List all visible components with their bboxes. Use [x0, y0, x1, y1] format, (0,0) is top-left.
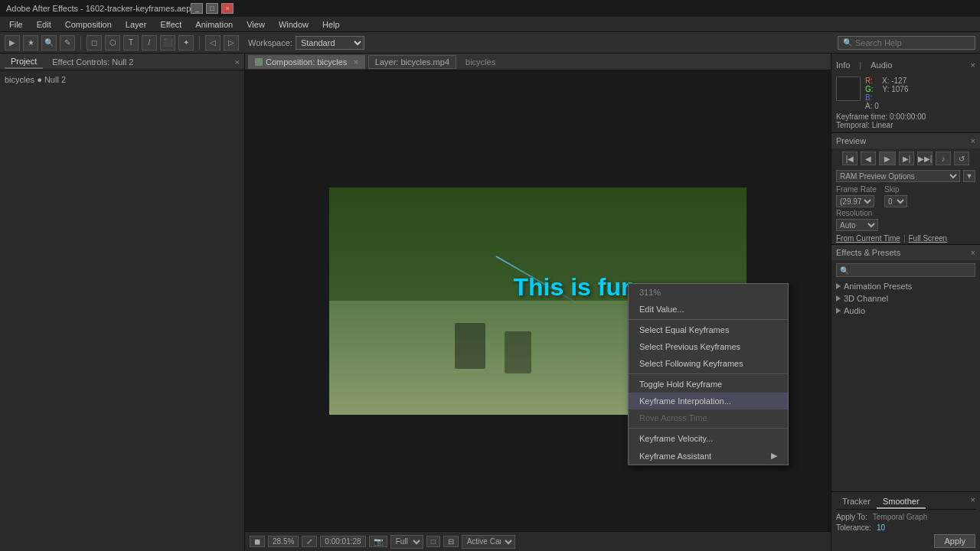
toolbar-btn-8[interactable]: /	[142, 35, 157, 51]
toolbar-btn-6[interactable]: ⬡	[105, 35, 120, 51]
toolbar-btn-12[interactable]: ▷	[224, 35, 239, 51]
left-panel-close[interactable]: ×	[235, 57, 240, 67]
effects-search-input[interactable]	[836, 263, 975, 277]
preview-settings: Frame Rate Skip (29.97) 0 Resolution Aut…	[831, 184, 980, 233]
viewer-ctrl-1[interactable]: ◼	[250, 536, 265, 547]
toolbar: ▶ ★ 🔍 ✎ ◻ ⬡ T / ⬛ ✦ ◁ ▷ Workspace: Stand…	[0, 32, 980, 54]
smoother-tab[interactable]: Smoother	[877, 495, 926, 509]
menu-composition[interactable]: Composition	[59, 18, 118, 31]
toolbar-btn-7[interactable]: T	[123, 35, 139, 51]
ctx-select-prev-label: Select Previous Keyframes	[639, 342, 740, 351]
toolbar-btn-10[interactable]: ✦	[178, 35, 194, 51]
ctx-edit-value[interactable]: Edit Value...	[629, 301, 788, 318]
tab-project[interactable]: Project	[5, 55, 43, 69]
toolbar-btn-1[interactable]: ▶	[5, 35, 20, 51]
toolbar-btn-11[interactable]: ◁	[205, 35, 220, 51]
ctx-interpolation[interactable]: Keyframe Interpolation...	[629, 393, 788, 409]
ctx-select-equal[interactable]: Select Equal Keyframes	[629, 321, 788, 338]
viewer-ctrl-3[interactable]: 📷	[369, 536, 387, 547]
comp-tab-bicycles[interactable]: Composition: bicycles ×	[248, 55, 365, 69]
zoom-display[interactable]: 28.5%	[268, 536, 299, 547]
menu-edit[interactable]: Edit	[31, 18, 57, 31]
apply-button[interactable]: Apply	[934, 534, 975, 548]
preview-options-select[interactable]: RAM Preview Options	[836, 170, 960, 182]
category-label: 3D Channel	[844, 294, 888, 303]
full-screen[interactable]: Full Screen	[909, 234, 948, 243]
info-tab[interactable]: Info	[836, 60, 850, 70]
x-value: X: -127	[882, 77, 906, 85]
category-label: Audio	[844, 306, 865, 315]
view-select[interactable]: Active Came	[462, 535, 515, 549]
r-value: R:	[865, 77, 873, 85]
ctx-select-prev[interactable]: Select Previous Keyframes	[629, 338, 788, 355]
minimize-button[interactable]: _	[191, 3, 203, 14]
comp-tab-close[interactable]: ×	[353, 57, 358, 67]
tracker-tab[interactable]: Tracker	[836, 495, 877, 509]
close-button[interactable]: ×	[221, 3, 234, 14]
ctx-velocity[interactable]: Keyframe Velocity...	[629, 430, 788, 447]
info-panel-close[interactable]: ×	[971, 60, 975, 70]
workspace-select[interactable]: Standard	[296, 36, 364, 50]
ctx-toggle-hold[interactable]: Toggle Hold Keyframe	[629, 376, 788, 393]
preview-header: Preview ×	[831, 133, 980, 148]
ctx-sep-2	[629, 373, 788, 374]
viewer-ctrl-5[interactable]: ⊟	[443, 536, 459, 547]
prev-audio[interactable]: ♪	[936, 152, 951, 165]
tab-effect-controls[interactable]: Effect Controls: Null 2	[46, 56, 139, 68]
tolerance-label: Tolerance:	[836, 523, 871, 532]
preview-options-arrow[interactable]: ▼	[963, 170, 975, 182]
prev-next-frame[interactable]: ▶|	[899, 152, 914, 165]
title-bar-text: Adobe After Effects - 1602-tracker-keyfr…	[6, 4, 191, 13]
ctx-assistant[interactable]: Keyframe Assistant ▶	[629, 447, 788, 465]
effects-category-audio[interactable]: Audio	[831, 305, 980, 317]
expand-icon	[836, 308, 841, 314]
effects-category-animation[interactable]: Animation Presets	[831, 280, 980, 292]
from-current-time[interactable]: From Current Time	[836, 234, 900, 243]
effects-tab-label[interactable]: Effects & Presets	[836, 248, 900, 257]
toolbar-btn-2[interactable]: ★	[23, 35, 38, 51]
preview-close[interactable]: ×	[971, 136, 975, 145]
prev-first-frame[interactable]: |◀	[842, 152, 858, 165]
prev-last-frame[interactable]: ▶▶|	[917, 152, 933, 165]
viewer-ctrl-4[interactable]: □	[426, 536, 440, 547]
preview-from-row: From Current Time | Full Screen	[831, 233, 980, 244]
menu-help[interactable]: Help	[316, 18, 346, 31]
menu-effect[interactable]: Effect	[154, 18, 188, 31]
menu-layer[interactable]: Layer	[119, 18, 153, 31]
main-area: Project Effect Controls: Null 2 × bicycl…	[0, 54, 980, 551]
preview-panel: Preview × |◀ ◀ ▶ ▶| ▶▶| ♪ ↺ RAM Preview …	[831, 133, 980, 245]
menu-animation[interactable]: Animation	[189, 18, 239, 31]
audio-tab[interactable]: Audio	[871, 60, 892, 70]
toolbar-sep-1	[80, 36, 81, 50]
toolbar-btn-4[interactable]: ✎	[60, 35, 75, 51]
effects-header: Effects & Presets ×	[831, 245, 980, 260]
preview-tab-label[interactable]: Preview	[836, 136, 866, 145]
preview-options-row: RAM Preview Options ▼	[831, 168, 980, 184]
effects-category-3d[interactable]: 3D Channel	[831, 292, 980, 305]
toolbar-btn-9[interactable]: ⬛	[160, 35, 175, 51]
frame-rate-select[interactable]: (29.97)	[836, 195, 874, 207]
quality-select[interactable]: Full	[390, 535, 423, 549]
viewer-ctrl-2[interactable]: ⤢	[302, 536, 317, 547]
menu-view[interactable]: View	[240, 18, 271, 31]
toolbar-btn-3[interactable]: 🔍	[41, 35, 57, 51]
prev-play[interactable]: ▶	[879, 152, 896, 165]
prev-loop[interactable]: ↺	[954, 152, 969, 165]
search-help-input[interactable]	[855, 38, 970, 47]
title-bar-controls: _ □ ×	[191, 3, 234, 14]
viewer-controls: ◼ 28.5% ⤢ 0:00:01:28 📷 Full □ ⊟ Active C…	[245, 531, 831, 551]
toolbar-btn-5[interactable]: ◻	[87, 35, 102, 51]
layer-tab-bicycles[interactable]: Layer: bicycles.mp4	[368, 55, 456, 69]
ctx-select-equal-label: Select Equal Keyframes	[639, 325, 729, 334]
comp-tab-label: Composition: bicycles	[266, 57, 347, 67]
maximize-button[interactable]: □	[206, 3, 218, 14]
menu-window[interactable]: Window	[273, 18, 315, 31]
menu-file[interactable]: File	[3, 18, 29, 31]
prev-prev-frame[interactable]: ◀	[861, 152, 876, 165]
skip-select[interactable]: 0	[884, 195, 907, 207]
tracker-close[interactable]: ×	[971, 495, 975, 509]
resolution-select[interactable]: Auto	[836, 219, 878, 231]
ctx-toggle-hold-label: Toggle Hold Keyframe	[639, 380, 722, 389]
ctx-select-following[interactable]: Select Following Keyframes	[629, 355, 788, 372]
effects-close[interactable]: ×	[971, 248, 975, 257]
